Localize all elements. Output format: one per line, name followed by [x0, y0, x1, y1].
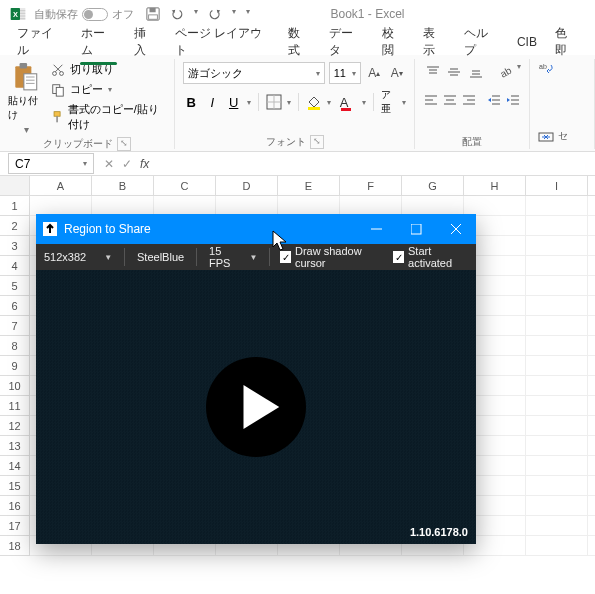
cancel-icon[interactable]: ✕ [104, 157, 114, 171]
cell[interactable] [526, 476, 588, 496]
tab-データ[interactable]: データ [320, 21, 373, 63]
tab-ヘルプ[interactable]: ヘルプ [455, 21, 508, 63]
row-header[interactable]: 9 [0, 356, 30, 376]
fx-icon[interactable]: fx [140, 157, 149, 171]
cell[interactable] [526, 276, 588, 296]
shadow-cursor-checkbox[interactable]: ✓Draw shadow cursor [280, 245, 383, 269]
cell[interactable] [526, 216, 588, 236]
cell[interactable] [92, 196, 154, 216]
name-box[interactable]: C7▾ [8, 153, 94, 174]
row-header[interactable]: 10 [0, 376, 30, 396]
cell[interactable] [526, 516, 588, 536]
size-dropdown[interactable]: 512x382▼ [42, 247, 114, 267]
column-header[interactable]: A [30, 176, 92, 195]
orientation-button[interactable]: ab [495, 62, 515, 82]
cell[interactable] [526, 436, 588, 456]
align-top-button[interactable] [423, 62, 443, 82]
tab-校閲[interactable]: 校閲 [373, 21, 414, 63]
merge-button[interactable] [538, 129, 554, 149]
cell[interactable] [526, 316, 588, 336]
save-icon[interactable] [146, 7, 160, 21]
enter-icon[interactable]: ✓ [122, 157, 132, 171]
format-painter-button[interactable]: 書式のコピー/貼り付け [51, 102, 166, 132]
minimize-button[interactable] [356, 214, 396, 244]
row-header[interactable]: 16 [0, 496, 30, 516]
column-header[interactable]: E [278, 176, 340, 195]
undo-icon[interactable] [170, 7, 184, 21]
cell[interactable] [526, 496, 588, 516]
row-header[interactable]: 14 [0, 456, 30, 476]
align-center-button[interactable] [442, 90, 459, 110]
redo-icon[interactable] [208, 7, 222, 21]
cell[interactable] [526, 536, 588, 556]
tab-数式[interactable]: 数式 [279, 21, 320, 63]
wrap-text-button[interactable]: ab [538, 62, 554, 82]
column-header[interactable]: H [464, 176, 526, 195]
italic-button[interactable]: I [204, 92, 220, 112]
align-bottom-button[interactable] [466, 62, 486, 82]
fill-color-button[interactable] [306, 92, 322, 112]
tab-ファイル[interactable]: ファイル [8, 21, 72, 63]
row-header[interactable]: 2 [0, 216, 30, 236]
tab-挿入[interactable]: 挿入 [125, 21, 166, 63]
cell[interactable] [216, 196, 278, 216]
align-left-button[interactable] [423, 90, 440, 110]
row-header[interactable]: 15 [0, 476, 30, 496]
column-header[interactable]: I [526, 176, 588, 195]
fps-dropdown[interactable]: 15 FPS▼ [207, 247, 259, 267]
cell[interactable] [526, 196, 588, 216]
column-header[interactable]: B [92, 176, 154, 195]
cell[interactable] [526, 356, 588, 376]
row-header[interactable]: 11 [0, 396, 30, 416]
column-header[interactable]: C [154, 176, 216, 195]
paste-button[interactable]: 貼り付け ▾ [8, 62, 45, 135]
row-header[interactable]: 1 [0, 196, 30, 216]
borders-button[interactable] [266, 92, 282, 112]
tab-CIB[interactable]: CIB [508, 31, 546, 53]
row-header[interactable]: 17 [0, 516, 30, 536]
cell[interactable] [526, 456, 588, 476]
column-header[interactable]: D [216, 176, 278, 195]
row-header[interactable]: 5 [0, 276, 30, 296]
row-header[interactable]: 4 [0, 256, 30, 276]
tab-ホーム[interactable]: ホーム [72, 21, 125, 63]
play-button[interactable] [206, 357, 306, 457]
cell[interactable] [340, 196, 402, 216]
cell[interactable] [526, 296, 588, 316]
cell[interactable] [402, 196, 464, 216]
underline-button[interactable]: U [226, 92, 242, 112]
cell[interactable] [464, 196, 526, 216]
row-header[interactable]: 7 [0, 316, 30, 336]
cell[interactable] [30, 196, 92, 216]
cell-style-button[interactable]: セ [558, 129, 568, 149]
font-size-select[interactable]: 11▾ [329, 62, 361, 84]
start-activated-checkbox[interactable]: ✓Start activated [393, 245, 470, 269]
autosave-toggle[interactable]: 自動保存 オフ [34, 7, 134, 22]
column-header[interactable]: G [402, 176, 464, 195]
row-header[interactable]: 8 [0, 336, 30, 356]
cell[interactable] [526, 256, 588, 276]
formula-input[interactable] [159, 154, 595, 174]
align-right-button[interactable] [460, 90, 477, 110]
column-header[interactable]: F [340, 176, 402, 195]
caret-down-icon[interactable]: ▾ [194, 7, 198, 21]
dialog-launcher-icon[interactable]: ⤡ [117, 137, 131, 151]
cell[interactable] [526, 236, 588, 256]
tab-ページ レイアウト[interactable]: ページ レイアウト [166, 21, 280, 63]
cell[interactable] [154, 196, 216, 216]
align-middle-button[interactable] [445, 62, 465, 82]
bold-button[interactable]: B [183, 92, 199, 112]
font-name-select[interactable]: 游ゴシック▾ [183, 62, 325, 84]
decrease-indent-button[interactable] [486, 90, 503, 110]
decrease-font-button[interactable]: A▾ [387, 62, 406, 84]
rts-titlebar[interactable]: Region to Share [36, 214, 476, 244]
caret-down-icon[interactable]: ▾ [232, 7, 236, 21]
cell[interactable] [278, 196, 340, 216]
close-button[interactable] [436, 214, 476, 244]
row-header[interactable]: 12 [0, 416, 30, 436]
maximize-button[interactable] [396, 214, 436, 244]
phonetic-button[interactable]: ア亜 [381, 92, 397, 112]
increase-indent-button[interactable] [504, 90, 521, 110]
tab-表示[interactable]: 表示 [414, 21, 455, 63]
cell[interactable] [526, 416, 588, 436]
